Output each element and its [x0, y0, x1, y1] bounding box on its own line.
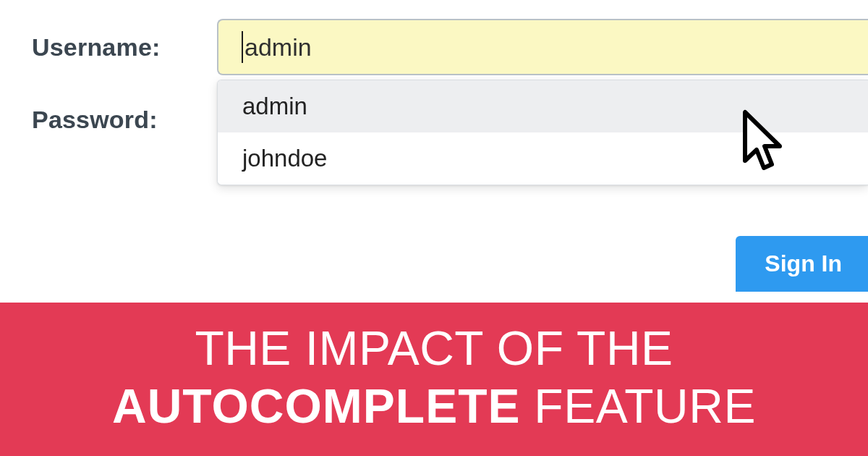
- banner-bold: AUTOCOMPLETE: [112, 379, 520, 433]
- password-label: Password:: [0, 106, 217, 134]
- sign-in-button[interactable]: Sign In: [736, 236, 868, 292]
- username-input[interactable]: admin: [217, 19, 868, 75]
- autocomplete-item-label: admin: [242, 93, 307, 120]
- autocomplete-item-label: johndoe: [242, 145, 327, 172]
- username-value: admin: [244, 33, 312, 62]
- username-row: Username: admin: [0, 19, 868, 75]
- text-caret: [242, 31, 243, 63]
- cursor-icon: [738, 109, 788, 181]
- signin-wrap: Sign In: [736, 236, 868, 292]
- title-banner: THE IMPACT OF THE AUTOCOMPLETE FEATURE: [0, 303, 868, 456]
- banner-rest: FEATURE: [521, 379, 756, 433]
- banner-line-2: AUTOCOMPLETE FEATURE: [112, 376, 756, 436]
- username-label: Username:: [0, 33, 217, 62]
- banner-line-1: THE IMPACT OF THE: [195, 322, 673, 375]
